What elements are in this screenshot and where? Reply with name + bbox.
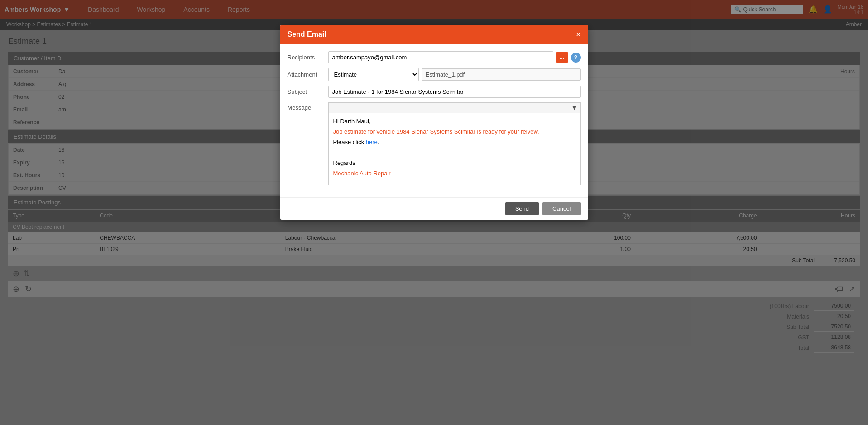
subject-input[interactable] (328, 86, 581, 98)
attachment-filename (422, 68, 581, 81)
message-area[interactable]: Hi Darth Maul, Job estimate for vehicle … (328, 113, 581, 185)
attachment-select[interactable]: Estimate (328, 68, 419, 81)
modal-close-button[interactable]: × (576, 30, 581, 39)
send-email-modal: Send Email × Recipients ... ? Attachment… (280, 25, 588, 220)
send-button[interactable]: Send (505, 202, 539, 215)
message-content: ▼ Hi Darth Maul, Job estimate for vehicl… (328, 102, 581, 185)
message-label: Message (288, 102, 328, 111)
modal-header: Send Email × (280, 25, 588, 44)
recipients-input[interactable] (328, 51, 553, 63)
message-link[interactable]: here (366, 139, 378, 145)
recipients-dots-button[interactable]: ... (556, 52, 568, 63)
modal-footer: Send Cancel (280, 197, 588, 220)
modal-body: Recipients ... ? Attachment Estimate (280, 44, 588, 197)
recipients-help-button[interactable]: ? (571, 53, 581, 63)
message-expand-button[interactable]: ▼ (571, 104, 578, 111)
attachment-field: Attachment Estimate (288, 68, 581, 81)
attachment-label: Attachment (288, 71, 328, 78)
modal-overlay: Send Email × Recipients ... ? Attachment… (0, 0, 868, 425)
subject-label: Subject (288, 88, 328, 95)
recipients-label: Recipients (288, 54, 328, 61)
cancel-button[interactable]: Cancel (542, 202, 580, 215)
message-field: Message ▼ Hi Darth Maul, Job estimate fo… (288, 102, 581, 185)
attachment-content: Estimate (328, 68, 581, 81)
recipients-content: ... ? (328, 51, 581, 63)
subject-field: Subject (288, 86, 581, 98)
message-toolbar: ▼ (328, 102, 581, 113)
recipients-field: Recipients ... ? (288, 51, 581, 63)
modal-title: Send Email (288, 30, 326, 39)
subject-content (328, 86, 581, 98)
